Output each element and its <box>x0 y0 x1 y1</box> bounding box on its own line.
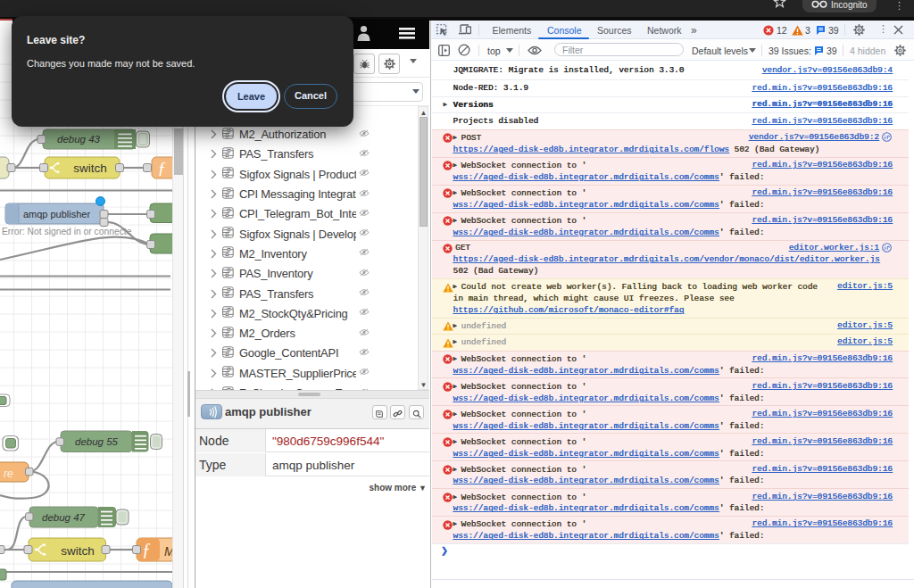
svg-text:Error: Not signed in or connec: Error: Not signed in or connecte <box>2 227 132 236</box>
svg-text:switch: switch <box>73 161 107 175</box>
svg-text:debug 55: debug 55 <box>75 436 119 447</box>
svg-text:ƒ: ƒ <box>142 540 151 559</box>
svg-text:switch: switch <box>61 544 95 558</box>
svg-text:debug 47: debug 47 <box>42 512 86 523</box>
svg-text:ƒ: ƒ <box>158 159 167 178</box>
svg-text:M: M <box>164 544 172 559</box>
svg-text:amqp publisher: amqp publisher <box>23 209 91 219</box>
svg-text:debug 43: debug 43 <box>57 134 101 145</box>
svg-text:re: re <box>4 468 13 480</box>
